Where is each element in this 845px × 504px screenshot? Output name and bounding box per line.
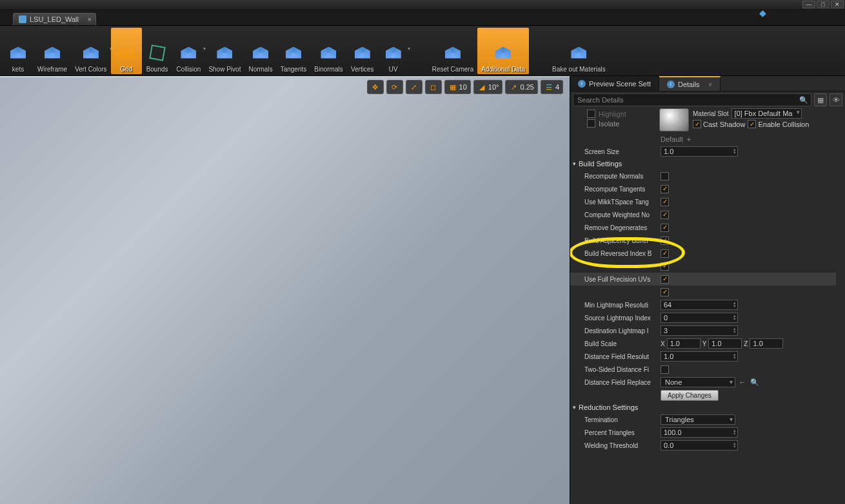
close-tab-icon[interactable]: ×	[708, 81, 712, 88]
default-label: Default	[661, 135, 683, 143]
reset-icon[interactable]: ←	[737, 377, 748, 387]
toolbar-collision[interactable]: Collision▾	[173, 28, 205, 74]
window-titlebar: ◆ — □ ✕	[0, 0, 845, 9]
property-row: Welding Threshold0.0▴▾	[570, 439, 836, 452]
material-thumbnail[interactable]	[659, 108, 689, 131]
number-input[interactable]: 0.0▴▾	[661, 440, 738, 451]
checkbox[interactable]	[661, 237, 669, 245]
checkbox[interactable]	[661, 211, 669, 219]
checkbox[interactable]	[661, 198, 669, 206]
toolbar-uv[interactable]: UV▾	[378, 28, 409, 74]
grid-snap-pill[interactable]: ▦10	[444, 80, 471, 94]
property-row: Compute Weighted No	[570, 208, 836, 221]
eye-button[interactable]: 👁	[830, 93, 842, 106]
dropdown[interactable]: None	[661, 377, 735, 387]
toolbar-grid[interactable]: Grid	[111, 28, 142, 74]
highlight-checkbox-row[interactable]: Highlight	[587, 110, 655, 118]
property-row: Remove Degenerates	[570, 221, 836, 234]
info-icon: i	[667, 81, 675, 88]
number-input[interactable]: 64▴▾	[661, 300, 738, 310]
reduction-settings-header[interactable]: ▾Reduction Settings	[570, 402, 836, 413]
add-button[interactable]: +	[687, 135, 691, 143]
property-label: Welding Threshold	[570, 442, 661, 449]
property-row: Distance Field ReplaceNone←🔍	[570, 376, 836, 389]
close-window-button[interactable]: ✕	[831, 1, 844, 8]
dropdown[interactable]: Triangles	[661, 414, 735, 425]
material-slot-dropdown[interactable]: [0] Fbx Default Ma	[731, 108, 802, 119]
toolbar-vert-colors[interactable]: Vert Colors▾	[71, 28, 110, 74]
cube-pill[interactable]: ◻	[425, 80, 442, 94]
toolbar-vertices[interactable]: Vertices	[347, 28, 378, 74]
property-row	[570, 260, 836, 273]
move-gizmo-pill[interactable]: ✥	[367, 80, 384, 94]
number-input[interactable]: 0▴▾	[661, 313, 738, 323]
toolbar-binormals[interactable]: Binormals	[310, 28, 346, 74]
checkbox[interactable]	[587, 110, 595, 118]
toolbar-wireframe[interactable]: Wireframe	[34, 28, 71, 74]
property-row: Use MikkTSpace Tang	[570, 195, 836, 208]
viewport[interactable]: ✥ ⟳ ⤢ ◻ ▦10 ◢10° ↗0.25 ☰4	[0, 76, 570, 504]
apply-changes-button[interactable]: Apply Changes	[661, 390, 719, 401]
checkbox[interactable]	[587, 119, 595, 128]
search-input[interactable]: Search Details 🔍	[573, 93, 811, 106]
expand-pill[interactable]: ⤢	[406, 80, 422, 94]
browse-icon[interactable]: 🔍	[750, 377, 760, 387]
isolate-checkbox-row[interactable]: Isolate	[587, 119, 655, 128]
toolbar-normals[interactable]: Normals	[244, 28, 276, 74]
vertices-icon	[351, 41, 374, 64]
number-input[interactable]: 1.0▴▾	[661, 351, 738, 362]
number-input[interactable]: 100.0▴▾	[661, 427, 738, 438]
property-label: Destination Lightmap I	[570, 327, 661, 334]
toolbar-bounds[interactable]: Bounds	[142, 28, 173, 74]
toolbar-tangents[interactable]: Tangents	[277, 28, 311, 74]
checkbox[interactable]	[661, 249, 669, 258]
tab-details[interactable]: iDetails×	[659, 76, 721, 91]
property-label: Min Lightmap Resoluti	[570, 302, 661, 309]
property-label: Recompute Tangents	[570, 186, 661, 193]
property-row: Two-Sided Distance Fi	[570, 363, 836, 376]
checkbox[interactable]	[661, 172, 669, 180]
wireframe-icon	[41, 41, 64, 64]
scale-icon: ↗	[509, 82, 518, 92]
minimize-button[interactable]: —	[802, 1, 815, 8]
tab-preview-scene[interactable]: iPreview Scene Sett	[570, 76, 659, 91]
number-input[interactable]: 3▴▾	[661, 325, 738, 336]
scale-snap-pill[interactable]: ↗0.25	[505, 80, 537, 94]
collision-icon	[177, 41, 200, 64]
vec-z-input[interactable]: 1.0	[750, 338, 783, 349]
document-tab[interactable]: LSU_LED_Wall ×	[13, 13, 96, 25]
chevron-down-icon: ▾	[408, 46, 410, 52]
checkbox[interactable]	[661, 262, 669, 271]
property-row: Percent Triangles100.0▴▾	[570, 426, 836, 439]
isolate-label: Isolate	[599, 120, 619, 128]
vec-x-input[interactable]: 1.0	[667, 338, 701, 349]
enable-collision-checkbox[interactable]: Enable Collision	[748, 120, 809, 128]
property-row: Destination Lightmap I3▴▾	[570, 324, 836, 337]
toolbar-reset-camera[interactable]: Reset Camera	[428, 28, 477, 74]
property-row: Recompute Tangents	[570, 182, 836, 195]
build-settings-header[interactable]: ▾Build Settings	[570, 158, 836, 170]
screen-size-input[interactable]: 1.0▴▾	[661, 146, 738, 157]
vec-y-input[interactable]: 1.0	[708, 338, 742, 349]
camera-speed-pill[interactable]: ☰4	[541, 80, 563, 94]
angle-icon: ◢	[477, 82, 486, 92]
checkbox[interactable]	[661, 288, 669, 296]
normals-icon	[249, 41, 272, 64]
angle-snap-pill[interactable]: ◢10°	[473, 80, 503, 94]
toolbar-bake-out-materials[interactable]: Bake out Materials	[548, 28, 610, 74]
cast-shadow-checkbox[interactable]: Cast Shadow	[693, 120, 745, 128]
property-row: Distance Field Resolut1.0▴▾	[570, 350, 836, 363]
checkbox[interactable]	[661, 185, 669, 193]
maximize-button[interactable]: □	[817, 1, 830, 8]
property-label: Build Adjacency Buffer	[570, 237, 661, 244]
toolbar-kets[interactable]: kets	[3, 28, 34, 74]
checkbox[interactable]	[661, 224, 669, 232]
rotate-pill[interactable]: ⟳	[386, 80, 403, 94]
toolbar-show-pivot[interactable]: Show Pivot	[204, 28, 244, 74]
tab-preview-label: Preview Scene Sett	[589, 80, 651, 88]
grid-view-button[interactable]: ▦	[814, 93, 827, 106]
toolbar-additional-data[interactable]: Additional Data	[477, 28, 529, 74]
checkbox[interactable]	[661, 365, 669, 374]
checkbox[interactable]	[661, 275, 669, 284]
close-tab-icon[interactable]: ×	[88, 15, 92, 23]
